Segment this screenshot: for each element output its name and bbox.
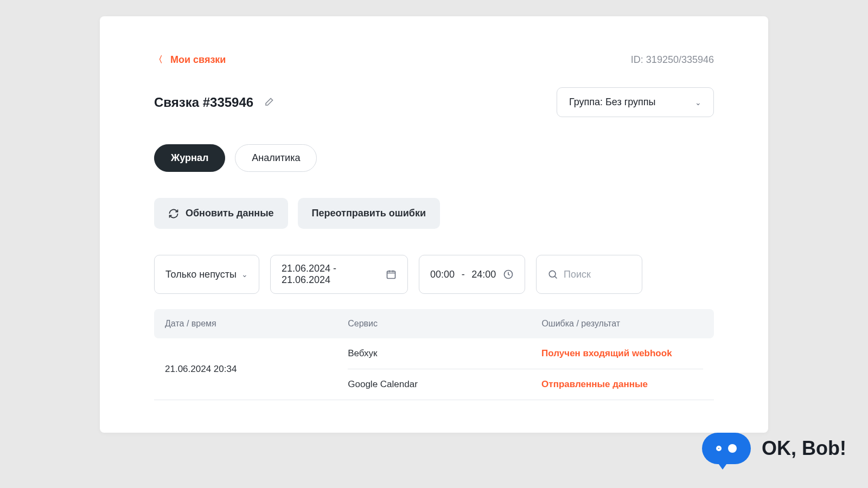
tab-journal[interactable]: Журнал xyxy=(154,144,225,172)
resend-errors-label: Переотправить ошибки xyxy=(312,208,426,219)
refresh-button-label: Обновить данные xyxy=(186,208,274,219)
entry-service: Вебхук xyxy=(348,348,541,359)
cell-datetime: 21.06.2024 20:34 xyxy=(165,338,348,400)
filter-date-range[interactable]: 21.06.2024 - 21.06.2024 xyxy=(270,255,408,294)
filters-row: Только непустые ⌄ 21.06.2024 - 21.06.202… xyxy=(154,255,714,294)
time-from: 00:00 xyxy=(430,269,455,280)
search-input[interactable] xyxy=(564,269,631,280)
page-title: Связка #335946 xyxy=(154,95,253,110)
cell-entries: Вебхук Получен входящий webhook Google C… xyxy=(348,338,703,400)
th-date: Дата / время xyxy=(165,319,348,329)
filter-date-label: 21.06.2024 - 21.06.2024 xyxy=(282,263,380,286)
tabs: Журнал Аналитика xyxy=(154,144,714,172)
entry-row: Google Calendar Отправленные данные xyxy=(348,369,703,400)
chevron-left-icon: 〈 xyxy=(154,54,163,66)
tab-analytics[interactable]: Аналитика xyxy=(235,144,317,172)
main-card: 〈 Мои связки ID: 319250/335946 Связка #3… xyxy=(100,16,768,433)
back-link[interactable]: 〈 Мои связки xyxy=(154,54,226,66)
th-service: Сервис xyxy=(348,319,541,329)
title-row: Связка #335946 Группа: Без группы ⌄ xyxy=(154,87,714,117)
svg-point-2 xyxy=(549,271,556,277)
resend-errors-button[interactable]: Переотправить ошибки xyxy=(298,198,440,229)
group-select[interactable]: Группа: Без группы ⌄ xyxy=(557,87,714,117)
refresh-button[interactable]: Обновить данные xyxy=(154,198,288,229)
chevron-down-icon: ⌄ xyxy=(695,98,701,107)
time-to: 24:00 xyxy=(471,269,496,280)
log-table: Дата / время Сервис Ошибка / результат 2… xyxy=(154,309,714,400)
topbar: 〈 Мои связки ID: 319250/335946 xyxy=(154,54,714,66)
group-select-label: Группа: Без группы xyxy=(569,97,656,108)
watermark-text: OK, Bob! xyxy=(762,437,846,460)
table-header: Дата / время Сервис Ошибка / результат xyxy=(154,309,714,338)
time-sep: - xyxy=(462,269,465,280)
filter-nonempty-label: Только непустые xyxy=(165,269,236,280)
id-text: ID: 319250/335946 xyxy=(631,54,714,66)
th-result: Ошибка / результат xyxy=(541,319,703,329)
dot-solid-icon xyxy=(728,444,737,453)
entry-row: Вебхук Получен входящий webhook xyxy=(348,338,703,369)
action-buttons: Обновить данные Переотправить ошибки xyxy=(154,198,714,229)
filter-search[interactable] xyxy=(536,255,642,294)
chat-bubble-icon xyxy=(702,433,751,464)
dot-open-icon xyxy=(716,446,722,451)
entry-service: Google Calendar xyxy=(348,379,541,390)
pencil-icon[interactable] xyxy=(263,97,274,108)
entry-result[interactable]: Получен входящий webhook xyxy=(541,348,703,359)
svg-rect-0 xyxy=(387,271,395,278)
refresh-icon xyxy=(168,208,179,219)
filter-nonempty-select[interactable]: Только непустые ⌄ xyxy=(154,255,259,294)
watermark: OK, Bob! xyxy=(702,433,846,464)
entry-result[interactable]: Отправленные данные xyxy=(541,379,703,390)
table-row: 21.06.2024 20:34 Вебхук Получен входящий… xyxy=(154,338,714,400)
calendar-icon xyxy=(386,269,397,280)
search-icon xyxy=(547,269,558,280)
title-left: Связка #335946 xyxy=(154,95,274,110)
filter-time-range[interactable]: 00:00 - 24:00 xyxy=(419,255,525,294)
clock-icon xyxy=(503,269,514,280)
back-link-label: Мои связки xyxy=(170,54,226,66)
chevron-down-icon: ⌄ xyxy=(241,270,248,279)
